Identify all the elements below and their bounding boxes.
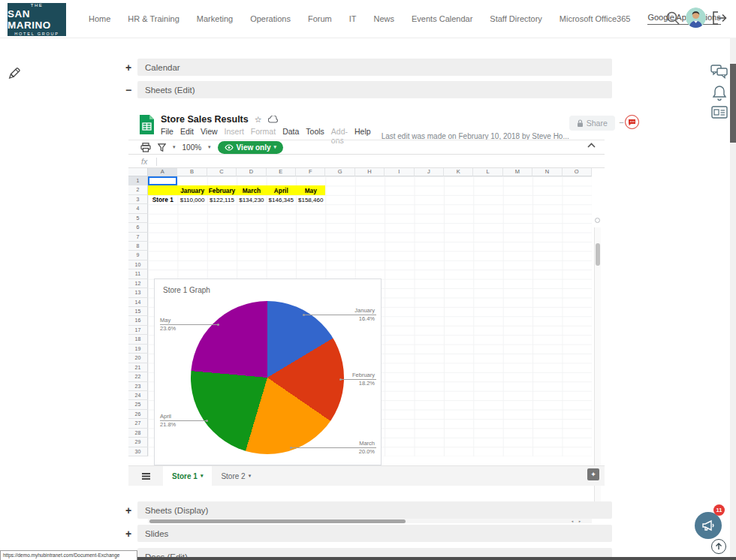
row-header-28[interactable]: 28: [128, 429, 148, 438]
cell-a2[interactable]: [148, 185, 177, 194]
column-header-d[interactable]: D: [237, 168, 266, 176]
column-header-m[interactable]: M: [503, 168, 532, 176]
cell-value-2[interactable]: $122,115: [207, 195, 237, 204]
row-header-16[interactable]: 16: [128, 316, 148, 325]
zoom-level[interactable]: 100%: [182, 143, 202, 152]
nav-item-marketing[interactable]: Marketing: [197, 14, 233, 23]
view-only-button[interactable]: View only ▾: [218, 141, 283, 154]
column-header-n[interactable]: N: [532, 168, 562, 176]
row-header-26[interactable]: 26: [128, 410, 148, 419]
cell-month-january[interactable]: January: [177, 185, 207, 194]
nav-item-staff-directory[interactable]: Staff Directory: [490, 14, 542, 23]
column-header-o[interactable]: O: [563, 168, 592, 176]
brand-logo[interactable]: THE SAN MARINO HOTEL GROUP: [8, 3, 66, 36]
row-header-22[interactable]: 22: [128, 372, 148, 381]
column-header-e[interactable]: E: [267, 168, 296, 176]
row-header-3[interactable]: 3: [128, 195, 148, 204]
row-header-9[interactable]: 9: [128, 251, 148, 260]
column-header-j[interactable]: J: [415, 168, 444, 176]
accordion-sheets-edit[interactable]: Sheets (Edit): [137, 81, 612, 98]
row-header-12[interactable]: 12: [128, 279, 148, 288]
formula-bar[interactable]: fx: [128, 155, 605, 168]
nav-item-operations[interactable]: Operations: [250, 14, 291, 23]
page-scroll-thumb[interactable]: [730, 64, 736, 143]
all-sheets-menu-icon[interactable]: [128, 466, 163, 486]
row-header-27[interactable]: 27: [128, 419, 148, 428]
edit-pencil-icon[interactable]: [6, 66, 21, 81]
column-header-h[interactable]: H: [355, 168, 385, 176]
row-header-23[interactable]: 23: [128, 382, 148, 391]
accordion-sheets-display[interactable]: Sheets (Display): [137, 501, 612, 519]
logout-icon[interactable]: [712, 11, 727, 25]
nav-item-forum[interactable]: Forum: [308, 14, 332, 23]
row-header-20[interactable]: 20: [128, 354, 148, 363]
nav-item-microsoft-office365[interactable]: Microsoft Office365: [560, 14, 631, 23]
announcements-button[interactable]: [695, 512, 722, 539]
document-title[interactable]: Store Sales Results: [161, 114, 249, 125]
scroll-left-arrow[interactable]: ◂: [569, 519, 575, 523]
search-icon[interactable]: [665, 11, 680, 26]
nav-item-events-calendar[interactable]: Events Calendar: [412, 14, 472, 23]
accordion-calendar[interactable]: Calendar: [137, 59, 612, 76]
row-header-17[interactable]: 17: [128, 326, 148, 335]
row-header-6[interactable]: 6: [128, 223, 148, 232]
row-header-24[interactable]: 24: [128, 391, 148, 400]
cell-value-4[interactable]: $146,345: [267, 195, 296, 204]
selected-cell-a1[interactable]: [148, 176, 177, 185]
accordion-slides[interactable]: Slides: [137, 525, 612, 542]
cell-value-3[interactable]: $134,230: [237, 195, 266, 204]
accordion-toggle-calendar[interactable]: +: [122, 59, 135, 76]
cell-month-february[interactable]: February: [207, 185, 237, 194]
cell-value-5[interactable]: $158,460: [296, 195, 325, 204]
row-header-2[interactable]: 2: [128, 185, 148, 194]
column-header-b[interactable]: B: [177, 168, 207, 176]
last-edit-status[interactable]: Last edit was made on February 10, 2018 …: [382, 132, 569, 140]
column-header-a[interactable]: A: [148, 168, 177, 176]
nav-item-hr-training[interactable]: HR & Training: [128, 14, 179, 23]
explore-icon[interactable]: ✦: [587, 468, 599, 480]
page-scrollbar[interactable]: [730, 38, 736, 560]
filter-caret-icon[interactable]: ▾: [173, 144, 176, 150]
row-header-19[interactable]: 19: [128, 345, 148, 354]
row-header-13[interactable]: 13: [128, 288, 148, 297]
row-header-21[interactable]: 21: [128, 363, 148, 372]
star-icon[interactable]: ☆: [255, 116, 262, 124]
column-header-f[interactable]: F: [296, 168, 325, 176]
row-header-5[interactable]: 5: [128, 214, 148, 223]
tab-caret-icon[interactable]: ▾: [249, 473, 252, 479]
row-header-11[interactable]: 11: [128, 269, 148, 278]
notifications-bell-icon[interactable]: [712, 85, 727, 101]
contact-card-icon[interactable]: [711, 106, 728, 119]
row-header-15[interactable]: 15: [128, 307, 148, 316]
cell-value-1[interactable]: $110,000: [177, 195, 207, 204]
column-header-g[interactable]: G: [325, 168, 354, 176]
column-header-l[interactable]: L: [473, 168, 502, 176]
user-avatar[interactable]: [686, 8, 706, 28]
column-header-i[interactable]: I: [385, 168, 414, 176]
collapse-toolbar-icon[interactable]: [587, 143, 596, 148]
zoom-caret-icon[interactable]: ▾: [208, 144, 211, 150]
row-header-1[interactable]: 1: [128, 176, 148, 185]
row-header-18[interactable]: 18: [128, 335, 148, 344]
print-icon[interactable]: [140, 143, 151, 152]
cell-store-label[interactable]: Store 1: [148, 195, 177, 204]
filter-icon[interactable]: [158, 143, 166, 152]
row-header-25[interactable]: 25: [128, 400, 148, 409]
grid-corner[interactable]: [128, 168, 148, 176]
row-header-29[interactable]: 29: [128, 438, 148, 447]
chat-icon[interactable]: [710, 65, 728, 80]
scroll-to-top-button[interactable]: [711, 539, 726, 554]
row-header-14[interactable]: 14: [128, 298, 148, 307]
comment-alert-badge[interactable]: –: [620, 115, 640, 129]
accordion-toggle-slides[interactable]: +: [122, 525, 135, 542]
tab-caret-icon[interactable]: ▾: [201, 473, 204, 479]
row-header-30[interactable]: 30: [128, 447, 148, 456]
accordion-toggle-sheets-edit[interactable]: −: [122, 81, 135, 98]
scroll-right-arrow[interactable]: ▸: [577, 519, 583, 523]
row-header-8[interactable]: 8: [128, 242, 148, 251]
cell-month-march[interactable]: March: [237, 185, 266, 194]
pie-chart-container[interactable]: Store 1 Graph January16.4%February18.2%M…: [154, 278, 382, 465]
share-button[interactable]: Share: [569, 116, 615, 131]
column-header-k[interactable]: K: [444, 168, 473, 176]
nav-item-news[interactable]: News: [374, 14, 395, 23]
